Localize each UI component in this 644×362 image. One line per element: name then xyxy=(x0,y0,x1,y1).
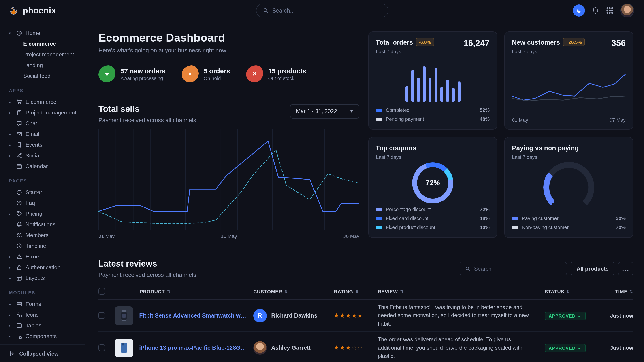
sidebar-item-label: Notifications xyxy=(26,221,56,228)
legend-swatch xyxy=(512,217,518,220)
sidebar-subitem-social-feed[interactable]: Social feed xyxy=(9,71,80,81)
user-avatar[interactable] xyxy=(620,3,634,17)
top-coupons-card: Top coupons Last 7 days 72% Percentage d… xyxy=(368,137,497,238)
select-all-checkbox[interactable] xyxy=(98,288,105,295)
sidebar-item-label: Forms xyxy=(26,301,41,307)
x-icon: × xyxy=(246,65,263,82)
sidebar-item-social[interactable]: ▸Social xyxy=(9,150,80,161)
column-header-time[interactable]: TIME⇅ xyxy=(598,289,633,294)
search-icon xyxy=(465,266,470,271)
sidebar-item-label: Icons xyxy=(26,312,39,318)
alert-icon xyxy=(16,254,22,260)
all-products-button[interactable]: All products xyxy=(571,262,614,276)
customer-cell[interactable]: RRichard Dawkins xyxy=(253,309,334,322)
latest-reviews-section: Latest reviews Payment received across a… xyxy=(98,259,633,362)
row-checkbox[interactable] xyxy=(98,345,105,351)
sidebar-item-label: Social xyxy=(26,152,40,159)
sidebar-item-timeline[interactable]: Timeline xyxy=(9,241,80,251)
paying-gauge-chart xyxy=(512,160,626,215)
sidebar-item-authentication[interactable]: ▸Authentication xyxy=(9,262,80,273)
column-header-status[interactable]: STATUS⇅ xyxy=(545,289,598,294)
sidebar-item-events[interactable]: ▸Events xyxy=(9,139,80,150)
customer-name: Ashley Garrett xyxy=(271,345,310,351)
card-title: Total orders xyxy=(376,39,413,46)
stat-value: 15 products xyxy=(268,67,306,74)
stats-row: ★ 57 new orders Awating processing 5 ord… xyxy=(98,65,359,82)
sidebar-subitem-landing[interactable]: Landing xyxy=(9,60,80,71)
date-range-select[interactable]: Mar 1 - 31, 2022 ▼ xyxy=(290,104,359,118)
nav-section-label: MODULES xyxy=(9,290,80,295)
sidebar-item-layouts[interactable]: ▸Layouts xyxy=(9,273,80,284)
table-row[interactable]: Fitbit Sense Advanced Smartwatch with To… xyxy=(98,300,633,332)
total-sells-header: Total sells Payment received across all … xyxy=(98,104,359,123)
table-icon xyxy=(16,323,22,329)
sidebar-item-tables[interactable]: ▸Tables xyxy=(9,320,80,331)
bookmark-icon xyxy=(16,142,22,148)
sidebar-item-chat[interactable]: Chat xyxy=(9,118,80,129)
collapse-sidebar-button[interactable]: Collapsed View xyxy=(0,344,84,362)
legend-swatch xyxy=(376,208,382,211)
more-actions-button[interactable]: ... xyxy=(618,262,633,276)
sidebar-item-pricing[interactable]: ▸Pricing xyxy=(9,208,80,219)
sidebar-item-project-management[interactable]: ▸Project management xyxy=(9,107,80,118)
customer-avatar xyxy=(253,341,267,355)
kpi-cards: Total orders-6.8% Last 7 days 16,247 Com… xyxy=(368,31,633,239)
sidebar-item-notifications[interactable]: Notifications xyxy=(9,219,80,230)
sidebar-item-members[interactable]: Members xyxy=(9,230,80,241)
customer-cell[interactable]: Ashley Garrett xyxy=(253,341,334,355)
coupons-donut-chart: 72% xyxy=(376,160,490,206)
sidebar-item-e-commerce[interactable]: ▸E commerce xyxy=(9,97,80,107)
sidebar-item-starter[interactable]: Starter xyxy=(9,187,80,198)
column-header-product[interactable]: PRODUCT⇅ xyxy=(114,289,253,294)
cart-icon xyxy=(16,99,22,105)
global-search-input[interactable] xyxy=(272,7,382,14)
stat-caption: Awating processing xyxy=(120,75,166,81)
lock-icon xyxy=(16,264,22,271)
donut-center-label: 72% xyxy=(412,162,453,203)
legend-label: Fixed product discount xyxy=(386,225,435,230)
users-icon xyxy=(16,232,22,238)
table-row[interactable]: iPhone 13 pro max-Pacific Blue-128GB sto… xyxy=(98,332,633,362)
sidebar-item-components[interactable]: ▸Components xyxy=(9,331,80,342)
sidebar-item-icons[interactable]: ▸Icons xyxy=(9,310,80,320)
coupons-legend: Percentage discount 72% Fixed card disco… xyxy=(376,206,490,231)
column-header-rating[interactable]: RATING⇅ xyxy=(334,289,378,294)
rating-stars: ★★★★★ xyxy=(334,312,378,319)
card-title: New customers xyxy=(512,39,560,46)
legend-label: Paying customer xyxy=(522,216,558,221)
sidebar-item-forms[interactable]: ▸Forms xyxy=(9,299,80,310)
row-checkbox[interactable] xyxy=(98,312,105,319)
clipboard-icon xyxy=(16,110,22,116)
calendar-icon xyxy=(16,163,22,169)
column-header-review[interactable]: REVIEW⇅ xyxy=(378,289,545,294)
sidebar-item-calendar[interactable]: Calendar xyxy=(9,161,80,172)
theme-toggle-button[interactable] xyxy=(573,4,585,16)
sidebar-subitem-e-commerce[interactable]: E commerce xyxy=(9,38,80,49)
reviews-search[interactable] xyxy=(460,262,567,276)
product-thumbnail xyxy=(114,339,133,357)
share-icon xyxy=(16,152,22,159)
top-navbar: phoenix xyxy=(0,0,644,21)
sidebar-item-errors[interactable]: ▸Errors xyxy=(9,251,80,262)
apps-grid-button[interactable] xyxy=(606,7,614,14)
product-link[interactable]: Fitbit Sense Advanced Smartwatch with To… xyxy=(139,312,247,319)
notifications-button[interactable] xyxy=(592,7,599,14)
status-badge: APPROVED ✓ xyxy=(545,312,586,320)
sidebar-item-email[interactable]: ▸Email xyxy=(9,129,80,139)
global-search[interactable] xyxy=(256,3,388,17)
sidebar-subitem-project-management[interactable]: Project management xyxy=(9,49,80,60)
sidebar-item-label: Email xyxy=(26,131,40,137)
legend-row: Fixed card discount 18% xyxy=(376,215,490,222)
caret-icon: ▸ xyxy=(9,313,13,317)
sidebar-item-home[interactable]: ▾Home xyxy=(9,28,80,38)
sidebar-item-faq[interactable]: Faq xyxy=(9,198,80,208)
legend-row: Completed 52% xyxy=(376,106,490,114)
brand[interactable]: phoenix xyxy=(9,5,56,16)
column-header-customer[interactable]: CUSTOMER⇅ xyxy=(253,289,334,294)
sort-icon: ⇅ xyxy=(566,289,570,294)
product-link[interactable]: iPhone 13 pro max-Pacific Blue-128GB sto… xyxy=(139,345,247,351)
x-label-start: 01 May xyxy=(512,117,528,122)
reviews-search-input[interactable] xyxy=(474,265,562,272)
reviews-title: Latest reviews xyxy=(98,259,196,269)
sidebar-item-label: Faq xyxy=(26,200,35,206)
